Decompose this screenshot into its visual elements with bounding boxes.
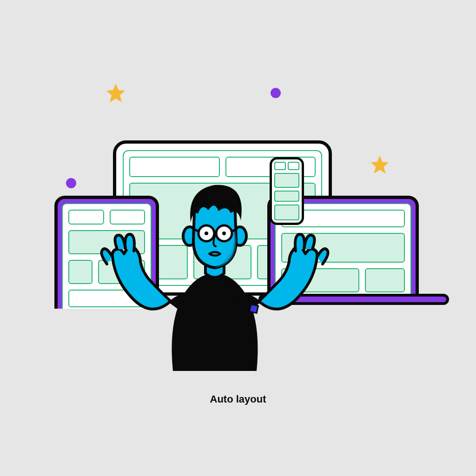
star-icon — [105, 83, 127, 105]
person-illustration — [99, 180, 331, 371]
illustration-stage: Auto layout — [0, 0, 476, 476]
star-icon — [369, 155, 390, 176]
purple-dot-icon — [66, 178, 76, 188]
caption-text: Auto layout — [0, 393, 476, 405]
svg-point-9 — [222, 231, 226, 235]
purple-dot-icon — [271, 88, 281, 98]
svg-point-8 — [205, 231, 208, 235]
svg-rect-0 — [250, 304, 258, 313]
